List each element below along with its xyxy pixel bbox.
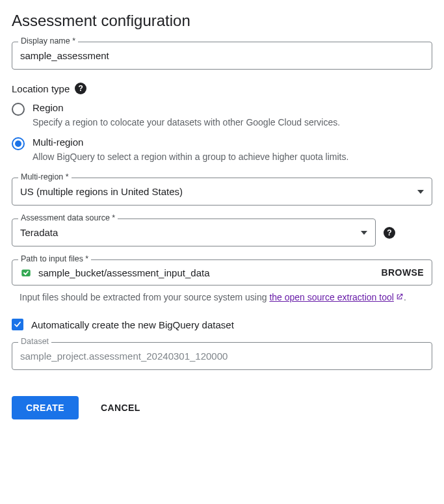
- page-title: Assessment configuration: [12, 12, 432, 30]
- external-link-icon: [395, 293, 404, 301]
- input-path-field: Path to input files * sample_bucket/asse…: [12, 259, 432, 285]
- location-type-row: Location type ?: [12, 83, 432, 94]
- multi-region-field: Multi-region * US (multiple regions in U…: [12, 178, 432, 206]
- radio-region-indicator: [12, 103, 25, 116]
- dataset-input: sample_project.assessment_20240301_12000…: [12, 342, 432, 370]
- multi-region-value: US (multiple regions in United States): [20, 186, 183, 197]
- input-path-value: sample_bucket/assessment_input_data: [38, 267, 375, 278]
- auto-create-checkbox[interactable]: Automatically create the new BigQuery da…: [12, 319, 432, 330]
- chevron-down-icon: [361, 231, 367, 235]
- radio-multiregion-desc: Allow BigQuery to select a region within…: [33, 152, 432, 162]
- dataset-label: Dataset: [18, 337, 51, 346]
- radio-multiregion-title: Multi-region: [33, 137, 83, 148]
- action-row: CREATE CANCEL: [12, 396, 432, 419]
- radio-multiregion-indicator: [12, 137, 25, 150]
- bucket-icon: [20, 267, 32, 278]
- browse-button[interactable]: BROWSE: [382, 267, 424, 278]
- display-name-label: Display name *: [18, 36, 78, 46]
- display-name-field: Display name * sample_assessment: [12, 42, 432, 70]
- radio-multiregion[interactable]: Multi-region Allow BigQuery to select a …: [12, 137, 432, 162]
- extraction-tool-link[interactable]: the open source extraction tool: [269, 292, 403, 302]
- radio-region-title: Region: [33, 102, 64, 113]
- chevron-down-icon: [417, 190, 424, 194]
- checkbox-checked-icon: [12, 319, 23, 330]
- auto-create-label: Automatically create the new BigQuery da…: [31, 319, 234, 330]
- dataset-field: Dataset sample_project.assessment_202403…: [12, 342, 432, 370]
- multi-region-label: Multi-region *: [18, 172, 72, 181]
- data-source-field: Assessment data source * Teradata ?: [12, 219, 395, 246]
- create-button[interactable]: CREATE: [12, 396, 79, 419]
- data-source-label: Assessment data source *: [18, 213, 118, 222]
- help-icon[interactable]: ?: [75, 83, 86, 94]
- location-type-label: Location type: [12, 83, 70, 94]
- display-name-input[interactable]: sample_assessment: [12, 42, 432, 70]
- radio-region[interactable]: Region Specify a region to colocate your…: [12, 102, 432, 127]
- data-source-value: Teradata: [20, 227, 58, 238]
- data-source-select[interactable]: Teradata: [12, 219, 376, 246]
- help-icon[interactable]: ?: [384, 227, 395, 239]
- input-path-helper: Input files should be extracted from you…: [20, 291, 432, 304]
- cancel-button[interactable]: CANCEL: [97, 402, 144, 414]
- input-path-label: Path to input files *: [18, 254, 91, 263]
- input-path-input[interactable]: sample_bucket/assessment_input_data BROW…: [12, 259, 432, 285]
- radio-region-desc: Specify a region to colocate your datase…: [33, 117, 432, 127]
- multi-region-select[interactable]: US (multiple regions in United States): [12, 178, 432, 206]
